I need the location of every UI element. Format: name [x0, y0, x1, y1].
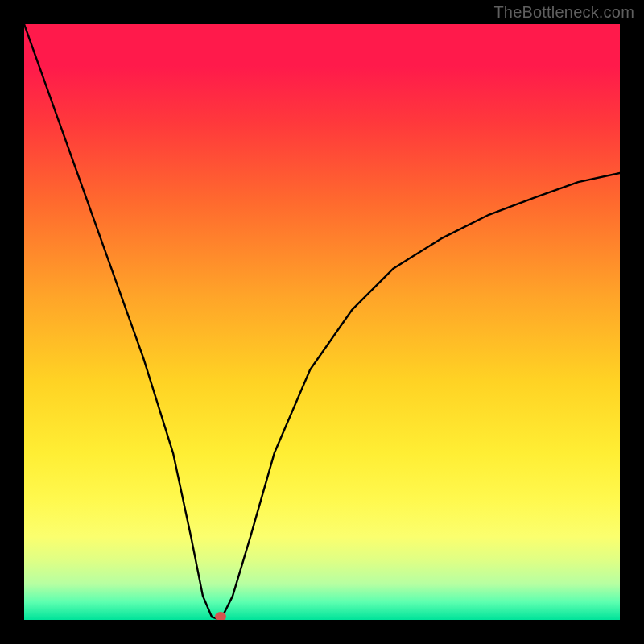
data-marker — [215, 612, 226, 620]
curve-path — [24, 24, 620, 620]
chart-curve — [24, 24, 620, 620]
plot-area — [24, 24, 620, 620]
watermark-text: TheBottleneck.com — [493, 3, 634, 22]
chart-frame: TheBottleneck.com — [0, 0, 644, 644]
